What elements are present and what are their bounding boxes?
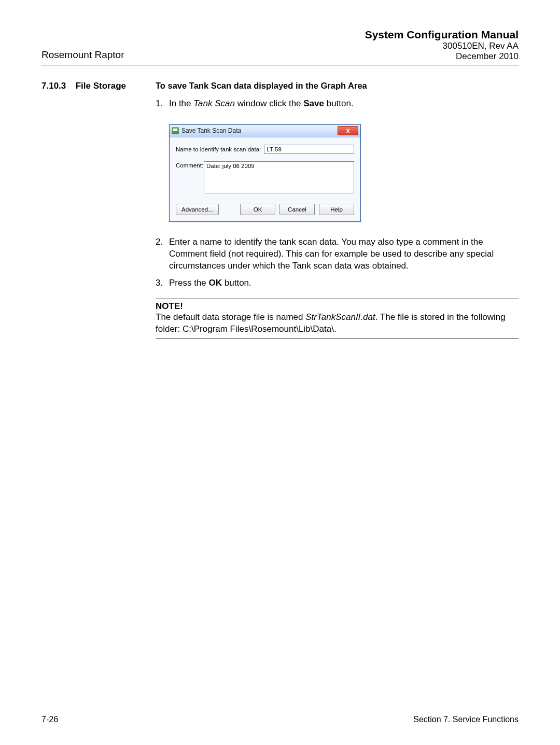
step-text: Press the OK button. [169, 278, 251, 288]
ok-button[interactable]: OK [240, 204, 275, 215]
step-2: 2. Enter a name to identify the tank sca… [169, 236, 519, 272]
step-number: 3. [156, 277, 163, 289]
page-footer: 7-26 Section 7. Service Functions [41, 715, 519, 724]
doc-rev: 300510EN, Rev AA [365, 41, 519, 51]
help-button[interactable]: Help [319, 204, 354, 215]
footer-section: Section 7. Service Functions [413, 715, 519, 724]
comment-input[interactable] [204, 161, 354, 193]
note-rule-top [156, 299, 519, 299]
step-text: Enter a name to identify the tank scan d… [169, 237, 494, 271]
note-rule-bottom [156, 339, 519, 339]
close-button[interactable]: x [338, 126, 358, 135]
header-left: Rosemount Raptor [41, 49, 124, 62]
dialog-title: Save Tank Scan Data [181, 127, 338, 134]
step-number: 1. [156, 98, 163, 110]
note-title: NOTE! [156, 301, 519, 312]
comment-row: Comment: [176, 161, 354, 193]
note-text: The default data storage file is named S… [156, 312, 519, 335]
name-input[interactable] [264, 145, 354, 154]
dialog-buttons: Advanced... OK Cancel Help [170, 199, 360, 221]
dialog-titlebar: Save Tank Scan Data x [170, 125, 360, 137]
cancel-button[interactable]: Cancel [279, 204, 315, 215]
step-3: 3. Press the OK button. [169, 277, 519, 289]
page-header: Rosemount Raptor System Configuration Ma… [41, 29, 519, 62]
page-number: 7-26 [41, 715, 58, 724]
note-block: NOTE! The default data storage file is n… [156, 299, 519, 339]
content-area: 7.10.3 File Storage To save Tank Scan da… [41, 81, 519, 339]
step-text: In the Tank Scan window click the Save b… [169, 99, 354, 108]
section-label: 7.10.3 File Storage [41, 81, 156, 339]
subheading: To save Tank Scan data displayed in the … [156, 81, 519, 91]
name-label: Name to identify tank scan data: [176, 146, 261, 152]
section-number: 7.10.3 [41, 81, 66, 91]
step-number: 2. [156, 236, 163, 248]
close-icon: x [346, 127, 350, 134]
name-row: Name to identify tank scan data: [176, 145, 354, 154]
step-1: 1. In the Tank Scan window click the Sav… [169, 98, 519, 110]
app-icon [172, 127, 179, 134]
advanced-button[interactable]: Advanced... [176, 204, 219, 215]
save-tank-scan-dialog: Save Tank Scan Data x Name to identify t… [169, 124, 361, 222]
dialog-body: Name to identify tank scan data: Comment… [170, 137, 360, 199]
comment-label: Comment: [176, 161, 204, 193]
doc-title: System Configuration Manual [365, 29, 519, 41]
dialog-figure: Save Tank Scan Data x Name to identify t… [169, 124, 519, 222]
header-right: System Configuration Manual 300510EN, Re… [365, 29, 519, 62]
section-body: To save Tank Scan data displayed in the … [156, 81, 519, 339]
steps-list-cont: 2. Enter a name to identify the tank sca… [156, 236, 519, 289]
header-rule [41, 65, 519, 65]
steps-list: 1. In the Tank Scan window click the Sav… [156, 98, 519, 110]
doc-date: December 2010 [365, 51, 519, 62]
section-title: File Storage [76, 81, 126, 91]
